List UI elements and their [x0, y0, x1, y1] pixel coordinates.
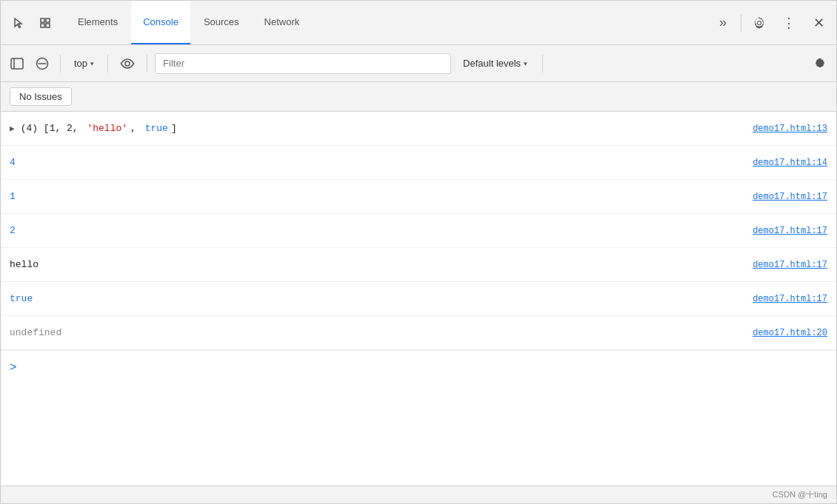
clear-console-btn[interactable] — [32, 53, 53, 74]
console-row-true: true demo17.html:17 — [1, 282, 836, 316]
bottom-credit: CSDN @十ting — [1, 485, 836, 503]
console-toolbar: top ▾ Default levels ▾ — [1, 45, 836, 82]
source-link-7[interactable]: demo17.html:20 — [753, 328, 827, 338]
source-link-2[interactable]: demo17.html:14 — [753, 158, 827, 168]
live-expressions-btn[interactable] — [116, 52, 139, 75]
svg-rect-0 — [41, 19, 44, 22]
console-row-array: ▶ (4) [1, 2, 'hello' , true ] demo17.htm… — [1, 112, 836, 146]
console-output: ▶ (4) [1, 2, 'hello' , true ] demo17.htm… — [1, 112, 836, 485]
tab-bar-right: » ⋮ ✕ — [711, 11, 830, 35]
log-levels-label: Default levels — [463, 58, 521, 69]
toolbar-divider-4 — [542, 55, 543, 73]
svg-rect-3 — [46, 24, 50, 27]
tabs: Elements Console Sources Network — [66, 1, 311, 44]
context-chevron-icon: ▾ — [90, 60, 94, 67]
three-dots-btn[interactable]: ⋮ — [777, 11, 801, 35]
log-levels-chevron-icon: ▾ — [524, 60, 527, 67]
console-content-4: 4 — [10, 157, 753, 168]
tab-console[interactable]: Console — [131, 1, 190, 44]
console-content-hello: hello — [10, 259, 753, 270]
settings-gear-icon-btn[interactable] — [747, 11, 771, 35]
console-content-true: true — [10, 293, 753, 304]
console-row-hello: hello demo17.html:17 — [1, 248, 836, 282]
svg-rect-2 — [41, 24, 44, 27]
console-content-1: 1 — [10, 191, 753, 202]
toolbar-divider-2 — [107, 55, 108, 73]
source-link-5[interactable]: demo17.html:17 — [753, 260, 827, 270]
inspect-icon-btn[interactable] — [33, 11, 57, 35]
context-label: top — [74, 58, 87, 69]
sidebar-toggle-btn[interactable] — [7, 53, 27, 74]
tab-bar: Elements Console Sources Network » ⋮ ✕ — [1, 1, 836, 45]
source-link-6[interactable]: demo17.html:17 — [753, 294, 827, 304]
console-row-4: 4 demo17.html:14 — [1, 146, 836, 180]
console-content-undefined: undefined — [10, 327, 753, 338]
devtools-window: Elements Console Sources Network » ⋮ ✕ — [0, 0, 837, 504]
filter-input[interactable] — [155, 53, 451, 74]
cursor-icon-btn[interactable] — [7, 11, 30, 35]
toolbar-divider-3 — [147, 55, 147, 73]
more-tabs-btn[interactable]: » — [711, 11, 735, 35]
svg-rect-1 — [46, 19, 50, 22]
toolbar-divider-1 — [60, 55, 61, 73]
console-settings-btn[interactable] — [810, 53, 830, 74]
tab-sources[interactable]: Sources — [192, 1, 251, 44]
console-row-1: 1 demo17.html:17 — [1, 180, 836, 214]
issues-bar: No Issues — [1, 82, 836, 112]
console-content-array: ▶ (4) [1, 2, 'hello' , true ] — [10, 123, 753, 134]
svg-point-8 — [125, 61, 130, 66]
console-row-2: 2 demo17.html:17 — [1, 214, 836, 248]
credit-text: CSDN @十ting — [773, 489, 827, 500]
console-input-row: > — [1, 350, 836, 383]
context-selector-btn[interactable]: top ▾ — [68, 55, 100, 72]
console-row-undefined: undefined demo17.html:20 — [1, 316, 836, 350]
svg-rect-4 — [11, 58, 23, 69]
tab-elements[interactable]: Elements — [66, 1, 130, 44]
source-link-3[interactable]: demo17.html:17 — [753, 192, 827, 202]
tab-bar-icons — [7, 11, 57, 35]
console-content-2: 2 — [10, 225, 753, 236]
source-link-4[interactable]: demo17.html:17 — [753, 226, 827, 236]
source-link-1[interactable]: demo17.html:13 — [753, 124, 827, 134]
expand-arrow-icon[interactable]: ▶ — [10, 124, 15, 133]
log-levels-btn[interactable]: Default levels ▾ — [456, 55, 535, 72]
tab-network[interactable]: Network — [253, 1, 312, 44]
close-btn[interactable]: ✕ — [807, 11, 830, 35]
prompt-icon: > — [10, 360, 16, 374]
no-issues-btn[interactable]: No Issues — [10, 87, 72, 106]
